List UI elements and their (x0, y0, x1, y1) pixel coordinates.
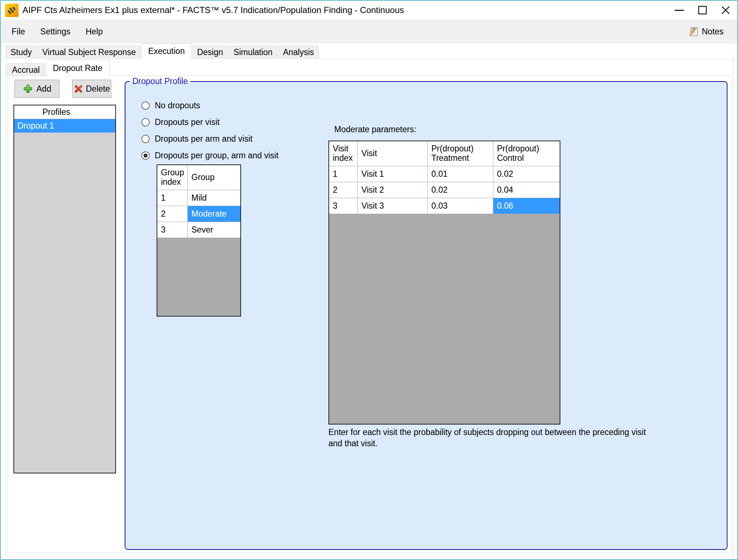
minimize-icon (674, 5, 685, 16)
app-window: AIPF Cts Alzheimers Ex1 plus external* -… (0, 0, 738, 560)
pr-dropout-control-column-header[interactable]: Pr(dropout) Control (493, 141, 560, 166)
tab-dropout-rate[interactable]: Dropout Rate (46, 60, 109, 76)
pr-dropout-treatment-column-header[interactable]: Pr(dropout) Treatment (428, 141, 493, 166)
groupbox-title: Dropout Profile (130, 76, 190, 87)
visit-index-cell[interactable]: 3 (329, 198, 358, 214)
tab-design[interactable]: Design (192, 46, 228, 59)
maximize-icon (697, 5, 708, 16)
visit-index-cell[interactable]: 2 (329, 182, 358, 198)
moderate-parameters-label: Moderate parameters: (334, 125, 416, 134)
radio-circle-icon (141, 101, 150, 110)
visit-column-header[interactable]: Visit (358, 141, 428, 166)
menu-settings[interactable]: Settings (40, 27, 70, 37)
radio-circle-icon-checked (141, 151, 150, 160)
add-button-label: Add (37, 84, 51, 94)
visit-index-column-header[interactable]: Visit index (329, 141, 358, 166)
menu-help[interactable]: Help (86, 27, 103, 37)
delete-button-label: Delete (86, 84, 110, 94)
close-icon (720, 5, 731, 16)
notes-button[interactable]: Notes (688, 26, 724, 37)
visit-parameters-table: Visit index Visit Pr(dropout) Treatment … (328, 141, 560, 425)
window-controls (668, 1, 737, 20)
tab-accrual[interactable]: Accrual (7, 63, 45, 76)
radio-dropouts-per-visit[interactable]: Dropouts per visit (141, 117, 220, 127)
radio-circle-icon (141, 135, 150, 143)
tab-simulation[interactable]: Simulation (229, 46, 277, 59)
maximize-button[interactable] (691, 1, 714, 20)
group-table: Group index Group 1 Mild 2 Moderate 3 Se… (157, 164, 241, 317)
group-column-header[interactable]: Group (188, 165, 240, 190)
control-prob-cell-selected[interactable]: 0.06 (493, 198, 560, 214)
delete-x-icon (74, 84, 83, 94)
notes-label: Notes (702, 27, 724, 37)
group-index-cell[interactable]: 3 (157, 222, 188, 238)
window-title: AIPF Cts Alzheimers Ex1 plus external* -… (22, 5, 404, 15)
app-logo-icon (5, 4, 18, 17)
group-index-cell[interactable]: 1 (157, 190, 188, 206)
menubar: File Settings Help Notes (1, 20, 737, 43)
visit-table-header-row: Visit index Visit Pr(dropout) Treatment … (329, 141, 560, 166)
tab-analysis[interactable]: Analysis (278, 46, 319, 59)
control-prob-cell[interactable]: 0.02 (493, 166, 560, 182)
delete-profile-button[interactable]: Delete (72, 80, 111, 98)
close-button[interactable] (714, 1, 737, 20)
notes-icon (688, 26, 699, 37)
tab-execution[interactable]: Execution (142, 43, 191, 59)
radio-circle-icon (141, 118, 150, 126)
visit-index-cell[interactable]: 1 (329, 166, 358, 182)
control-prob-cell[interactable]: 0.04 (493, 182, 560, 198)
sub-tabstrip: Accrual Dropout Rate (7, 60, 111, 76)
radio-label: Dropouts per visit (155, 117, 220, 127)
visit-table-row: 3 Visit 3 0.03 0.06 (329, 198, 560, 214)
visit-name-cell[interactable]: Visit 2 (358, 182, 428, 198)
radio-label: No dropouts (155, 101, 200, 110)
group-name-cell-selected[interactable]: Moderate (188, 206, 240, 222)
profiles-column-header[interactable]: Profiles (14, 105, 115, 119)
visit-name-cell[interactable]: Visit 1 (358, 166, 428, 182)
profiles-list: Profiles Dropout 1 (13, 105, 116, 473)
group-index-column-header[interactable]: Group index (157, 165, 188, 190)
treatment-prob-cell[interactable]: 0.01 (428, 166, 493, 182)
add-profile-button[interactable]: Add (14, 80, 59, 98)
treatment-prob-cell[interactable]: 0.03 (428, 198, 493, 214)
group-name-cell[interactable]: Mild (188, 190, 240, 206)
group-table-row: 2 Moderate (157, 206, 240, 222)
group-name-cell[interactable]: Sever (188, 222, 240, 238)
group-index-cell[interactable]: 2 (157, 206, 188, 222)
tab-study[interactable]: Study (6, 46, 37, 59)
visit-name-cell[interactable]: Visit 3 (358, 198, 428, 214)
treatment-prob-cell[interactable]: 0.02 (428, 182, 493, 198)
tab-virtual-subject-response[interactable]: Virtual Subject Response (38, 46, 141, 59)
radio-dropouts-per-arm-visit[interactable]: Dropouts per arm and visit (141, 134, 253, 143)
group-table-row: 1 Mild (157, 190, 240, 206)
visit-table-row: 1 Visit 1 0.01 0.02 (329, 166, 560, 182)
dropout-profile-groupbox: Dropout Profile No dropouts Dropouts per… (125, 81, 727, 550)
group-table-row: 3 Sever (157, 222, 240, 238)
radio-label: Dropouts per arm and visit (155, 134, 253, 144)
menu-file[interactable]: File (12, 27, 25, 37)
main-tabstrip: Study Virtual Subject Response Execution… (6, 43, 320, 59)
group-table-header-row: Group index Group (157, 165, 240, 190)
radio-label: Dropouts per group, arm and visit (155, 151, 278, 160)
minimize-button[interactable] (668, 1, 691, 20)
add-plus-icon (23, 84, 33, 94)
visit-table-help-text: Enter for each visit the probability of … (328, 427, 656, 449)
radio-no-dropouts[interactable]: No dropouts (141, 101, 200, 110)
visit-table-row: 2 Visit 2 0.02 0.04 (329, 182, 560, 198)
profile-row-dropout-1[interactable]: Dropout 1 (14, 119, 115, 133)
radio-dropouts-per-group-arm-visit[interactable]: Dropouts per group, arm and visit (141, 151, 278, 160)
titlebar: AIPF Cts Alzheimers Ex1 plus external* -… (1, 1, 737, 20)
